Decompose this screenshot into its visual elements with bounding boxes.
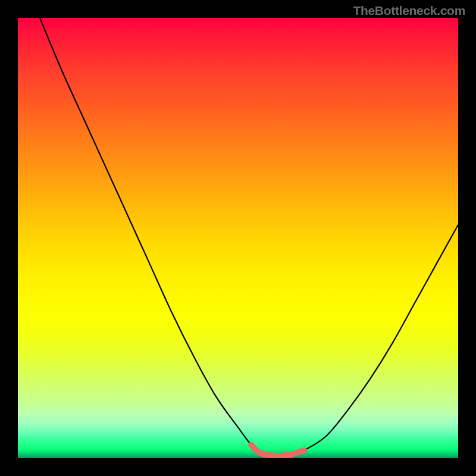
chart-container: TheBottleneck.com: [0, 0, 476, 476]
watermark-text: TheBottleneck.com: [353, 4, 465, 18]
bottleneck-curve: [40, 18, 458, 456]
curve-layer: [18, 18, 458, 458]
optimal-range-marker: [251, 445, 304, 456]
bottleneck-gradient-plot: [18, 18, 458, 458]
